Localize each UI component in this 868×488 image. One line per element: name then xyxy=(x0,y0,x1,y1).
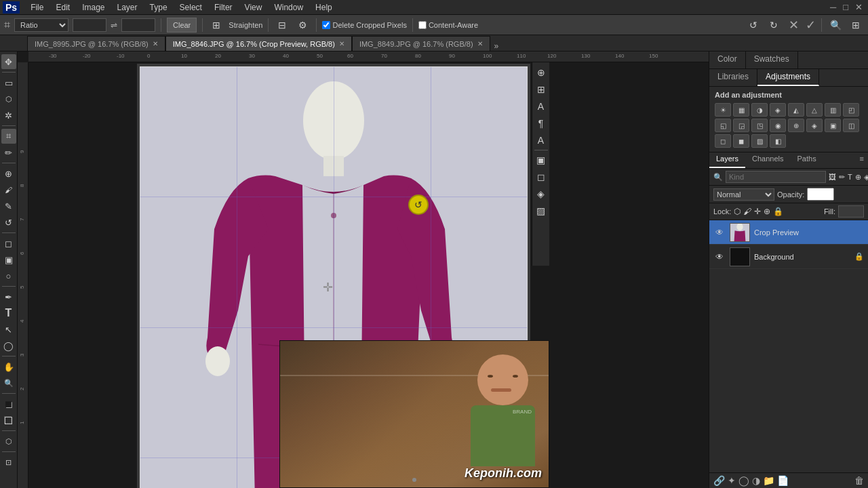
close-btn[interactable]: ✕ xyxy=(855,2,863,12)
layers-tab-layers[interactable]: Layers xyxy=(709,152,745,168)
eraser-tool-btn[interactable]: ◻ xyxy=(1,236,16,251)
layer-item-background[interactable]: 👁 Background 🔒 xyxy=(709,245,868,269)
adj-color-lookup[interactable]: ◳ xyxy=(751,119,768,132)
marquee-tool-btn[interactable]: ▭ xyxy=(1,75,16,90)
menu-help[interactable]: Help xyxy=(310,1,338,14)
foreground-color-btn[interactable]: ■ xyxy=(1,396,16,411)
undo-btn[interactable]: ↺ xyxy=(745,17,762,33)
delete-cropped-checkbox[interactable] xyxy=(322,21,330,29)
maximize-btn[interactable]: □ xyxy=(843,2,848,12)
tab-1[interactable]: IMG_8846.JPG @ 16.7% (Crop Preview, RGB/… xyxy=(165,36,352,51)
mini-tool-7[interactable]: ◻ xyxy=(534,169,549,184)
search-btn[interactable]: 🔍 xyxy=(827,17,844,33)
crop-tool-btn[interactable]: ⌗ xyxy=(1,129,16,144)
menu-image[interactable]: Image xyxy=(77,1,110,14)
adjustments-tab[interactable]: Adjustments xyxy=(757,69,819,86)
lock-artboards-icon[interactable]: ⊕ xyxy=(764,207,770,216)
layers-panel-menu[interactable]: ≡ xyxy=(856,152,868,168)
lasso-tool-btn[interactable]: ⬡ xyxy=(1,92,16,106)
lock-all-icon[interactable]: 🔒 xyxy=(773,207,783,216)
adj-posterize[interactable]: ⊕ xyxy=(788,119,804,132)
add-layer-mask-btn[interactable]: ◯ xyxy=(738,475,749,486)
content-aware-checkbox[interactable] xyxy=(418,21,427,29)
libraries-tab[interactable]: Libraries xyxy=(709,69,757,86)
add-new-adj-btn[interactable]: ◑ xyxy=(752,475,760,486)
adj-threshold[interactable]: ◈ xyxy=(806,119,823,132)
layers-tab-channels[interactable]: Channels xyxy=(745,152,790,168)
screen-mode-btn[interactable]: ⊡ xyxy=(1,455,16,470)
ratio-select[interactable]: Ratio xyxy=(14,18,68,32)
path-tool-btn[interactable]: ↖ xyxy=(1,322,16,337)
adj-gradient-map[interactable]: ▣ xyxy=(825,119,841,132)
layer-filter-icon2[interactable]: ✏ xyxy=(839,173,845,182)
magic-wand-tool-btn[interactable]: ✲ xyxy=(1,108,16,123)
menu-filter[interactable]: Filter xyxy=(209,1,238,14)
adj-photo-filter[interactable]: ◱ xyxy=(715,119,731,132)
layer-item-crop-preview[interactable]: 👁 Crop Preview xyxy=(709,220,868,245)
quick-mask-btn[interactable]: ⬡ xyxy=(1,434,16,449)
swap-icon[interactable]: ⇌ xyxy=(111,20,117,30)
mini-tool-3[interactable]: A xyxy=(534,99,549,114)
delete-layer-btn[interactable]: 🗑 xyxy=(854,475,864,486)
menu-window[interactable]: Window xyxy=(269,1,309,14)
layer-filter-icon1[interactable]: 🖼 xyxy=(829,173,836,181)
fill-input[interactable]: 100% xyxy=(838,205,864,218)
tab-2-close[interactable]: ✕ xyxy=(477,40,483,47)
gradient-tool-btn[interactable]: ▣ xyxy=(1,252,16,267)
healing-tool-btn[interactable]: ⊕ xyxy=(1,166,16,181)
menu-type[interactable]: Type xyxy=(144,1,173,14)
color-tab[interactable]: Color xyxy=(709,52,746,68)
move-tool-btn[interactable]: ✥ xyxy=(1,54,16,69)
link-layers-btn[interactable]: 🔗 xyxy=(713,475,725,486)
height-input[interactable] xyxy=(121,18,155,32)
mini-tool-9[interactable]: ▨ xyxy=(534,203,549,218)
shape-tool-btn[interactable]: ◯ xyxy=(1,338,16,353)
adj-hsl[interactable]: △ xyxy=(806,103,823,117)
adj-pattern[interactable]: ▨ xyxy=(751,134,768,148)
layers-tab-paths[interactable]: Paths xyxy=(791,152,823,168)
yellow-handle[interactable]: ↺ xyxy=(408,195,429,215)
adj-extra[interactable]: ◧ xyxy=(770,134,786,148)
adj-bw[interactable]: ◰ xyxy=(843,103,859,117)
blend-mode-select[interactable]: Normal xyxy=(713,188,774,201)
pen-tool-btn[interactable]: ✒ xyxy=(1,289,16,304)
collapse-panels-btn[interactable]: » xyxy=(490,41,503,51)
adj-brightness[interactable]: ☀ xyxy=(715,103,731,117)
tab-1-close[interactable]: ✕ xyxy=(339,40,344,47)
adj-levels[interactable]: ▦ xyxy=(733,103,749,117)
swatches-tab[interactable]: Swatches xyxy=(746,52,798,68)
new-layer-btn[interactable]: 📄 xyxy=(777,475,789,486)
cancel-crop-btn[interactable]: ✕ xyxy=(789,18,799,33)
mini-tool-5[interactable]: A xyxy=(534,133,549,148)
tab-2[interactable]: IMG_8849.JPG @ 16.7% (RGB/8) ✕ xyxy=(352,36,490,51)
adj-vibrance[interactable]: ◭ xyxy=(788,103,804,117)
width-input[interactable] xyxy=(73,18,106,32)
grid-overlay-btn[interactable]: ⊟ xyxy=(274,17,290,33)
redo-btn[interactable]: ↻ xyxy=(766,17,782,33)
eyedropper-tool-btn[interactable]: ✏ xyxy=(1,145,16,160)
layer-filter-icon3[interactable]: T xyxy=(848,173,852,181)
opacity-input[interactable]: 100% xyxy=(807,188,834,201)
text-tool-btn[interactable]: T xyxy=(1,306,16,321)
add-layer-style-btn[interactable]: ✦ xyxy=(728,475,736,486)
lock-position-icon[interactable]: ✛ xyxy=(754,207,761,216)
adj-exposure[interactable]: ◈ xyxy=(770,103,786,117)
lock-transparent-icon[interactable]: ⬡ xyxy=(734,207,741,216)
adj-solid-color[interactable]: ◻ xyxy=(715,134,731,148)
clone-stamp-tool-btn[interactable]: ✎ xyxy=(1,199,16,214)
canvas-area[interactable]: -30 -20 -10 0 10 20 30 40 50 60 70 80 90… xyxy=(18,52,709,488)
workspace-btn[interactable]: ⊞ xyxy=(848,17,864,33)
layer-eye-crop-preview[interactable]: 👁 xyxy=(713,228,726,237)
layer-filter-icon4[interactable]: ⊕ xyxy=(855,173,861,182)
dodge-tool-btn[interactable]: ○ xyxy=(1,268,16,283)
zoom-tool-btn[interactable]: 🔍 xyxy=(1,375,16,390)
adj-invert[interactable]: ◉ xyxy=(770,119,786,132)
tab-0[interactable]: IMG_8995.JPG @ 16.7% (RGB/8) ✕ xyxy=(27,36,165,51)
adj-selective-color[interactable]: ◫ xyxy=(843,119,859,132)
adj-colorbalance[interactable]: ▥ xyxy=(825,103,841,117)
menu-edit[interactable]: Edit xyxy=(50,1,75,14)
minimize-btn[interactable]: ─ xyxy=(830,2,836,12)
lock-image-pixels-icon[interactable]: 🖌 xyxy=(743,207,751,216)
adj-channel-mixer[interactable]: ◲ xyxy=(733,119,749,132)
layer-eye-background[interactable]: 👁 xyxy=(713,252,726,262)
